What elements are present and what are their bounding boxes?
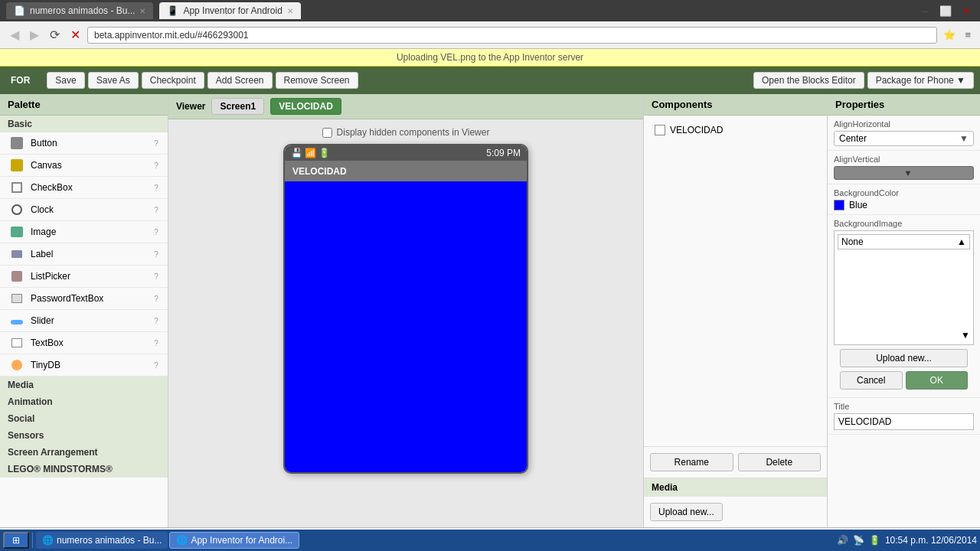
ok-button[interactable]: OK [906,371,969,390]
bg-image-value: None [841,236,864,247]
cancel-button[interactable]: Cancel [840,371,903,390]
taskbar-item-2[interactable]: 🌐 App Inventor for Androi... [169,532,299,549]
checkpoint-button[interactable]: Checkpoint [142,72,204,89]
minimize-button[interactable]: ─ [919,4,932,18]
screen1-tab[interactable]: Screen1 [211,98,264,115]
hidden-components-checkbox[interactable] [322,128,332,138]
upload-banner: Uploading VEL.png to the App Inventor se… [0,49,980,67]
bg-image-dropdown[interactable]: None ▲ [838,234,970,249]
palette-item-textbox[interactable]: TextBox ? [0,332,168,354]
components-header: Components [644,94,827,116]
palette-section-sensors[interactable]: Sensors [0,427,168,444]
palette-item-label[interactable]: Label ? [0,243,168,266]
viewer-content: Display hidden components in Viewer 💾 📶 … [168,119,643,527]
bg-image-list [838,252,970,328]
password-help-icon[interactable]: ? [151,295,162,303]
clock-icon [9,202,24,217]
rename-button[interactable]: Rename [650,453,733,471]
canvas-help-icon[interactable]: ? [151,161,162,170]
app-toolbar-bar: FOR Save Save As Checkpoint Add Screen R… [0,67,980,94]
stop-button[interactable]: ✕ [67,26,84,44]
password-icon [9,291,24,306]
viewer-header: Viewer Screen1 VELOCIDAD [168,94,643,119]
reload-button[interactable]: ⟳ [46,26,64,44]
menu-button[interactable]: ≡ [962,28,974,42]
phone-status-bar: 💾 📶 🔋 5:09 PM [285,145,527,161]
palette-checkbox-label: CheckBox [31,182,151,193]
remove-screen-button[interactable]: Remove Screen [276,72,358,89]
address-bar[interactable] [87,27,937,44]
media-upload-button[interactable]: Upload new... [650,503,723,521]
restore-button[interactable]: ⬜ [936,4,955,18]
palette-item-listpicker[interactable]: ListPicker ? [0,266,168,288]
taskbar-item2-icon: 🌐 [176,535,188,546]
palette-section-social[interactable]: Social [0,410,168,427]
bookmark-button[interactable]: ⭐ [940,28,959,42]
palette-item-image[interactable]: Image ? [0,221,168,243]
label-icon [9,246,24,262]
component-checkbox[interactable] [655,125,665,135]
palette-section-lego[interactable]: LEGO® MINDSTORMS® [0,461,168,478]
slider-help-icon[interactable]: ? [151,317,162,325]
align-vertical-label: AlignVertical [834,155,974,164]
palette-item-slider[interactable]: Slider ? [0,310,168,332]
save-button[interactable]: Save [47,72,84,89]
palette-section-basic[interactable]: Basic [0,116,168,132]
palette-item-passwordtextbox[interactable]: PasswordTextBox ? [0,288,168,310]
velocidad-tab[interactable]: VELOCIDAD [270,98,341,115]
delete-button[interactable]: Delete [738,453,822,471]
title-input[interactable] [834,413,974,430]
prop-align-vertical: AlignVertical ▼ [828,151,980,184]
component-velocidad[interactable]: VELOCIDAD [650,122,821,139]
palette-section-media[interactable]: Media [0,377,168,393]
align-horizontal-dropdown[interactable]: Center ▼ [834,131,974,146]
palette-section-screen-arrangement[interactable]: Screen Arrangement [0,444,168,461]
forward-button[interactable]: ▶ [26,26,43,44]
browser-tab-1[interactable]: 📄 numeros animados - Bu... ✕ [6,2,153,19]
start-button[interactable]: ⊞ [3,532,29,549]
checkbox-help-icon[interactable]: ? [151,184,162,192]
textbox-icon [9,335,24,350]
taskbar-right: 🔊 📡 🔋 10:54 p.m. 12/06/2014 [837,535,977,546]
palette-item-button[interactable]: Button ? [0,132,168,155]
battery-icon: 🔋 [318,148,330,158]
palette-tinydb-label: TinyDB [31,360,151,370]
palette-item-checkbox[interactable]: CheckBox ? [0,177,168,199]
save-as-button[interactable]: Save As [88,72,139,89]
palette-item-canvas[interactable]: Canvas ? [0,155,168,177]
palette-section-animation[interactable]: Animation [0,393,168,410]
properties-panel: Properties AlignHorizontal Center ▼ Alig… [827,94,980,527]
taskbar-item-1[interactable]: 🌐 numeros animados - Bu... [36,532,168,549]
textbox-help-icon[interactable]: ? [151,339,162,347]
align-vertical-dropdown[interactable]: ▼ [834,166,974,180]
phone-time: 5:09 PM [486,148,521,158]
save-icon: 💾 [291,148,302,158]
package-label: Package for Phone [876,75,954,86]
package-button[interactable]: Package for Phone ▼ [867,72,974,89]
upload-new-button[interactable]: Upload new... [840,349,968,367]
tab2-close[interactable]: ✕ [287,7,293,15]
browser-navbar: ◀ ▶ ⟳ ✕ ⭐ ≡ [0,21,980,49]
tab1-label: numeros animados - Bu... [30,5,135,16]
clock-help-icon[interactable]: ? [151,206,162,214]
back-button[interactable]: ◀ [6,26,23,44]
browser-tab-2[interactable]: 📱 App Inventor for Android ✕ [159,2,300,19]
blocks-editor-button[interactable]: Open the Blocks Editor [753,72,864,89]
palette-item-tinydb[interactable]: TinyDB ? [0,354,168,377]
tab2-favicon: 📱 [167,5,178,16]
image-help-icon[interactable]: ? [151,228,162,236]
palette-item-clock[interactable]: Clock ? [0,199,168,221]
tab1-close[interactable]: ✕ [139,7,145,15]
close-button[interactable]: ✕ [959,4,974,18]
taskbar-battery-icon: 🔋 [869,535,880,546]
listpicker-help-icon[interactable]: ? [151,272,162,281]
phone-left-icons: 💾 📶 🔋 [291,148,330,158]
button-help-icon[interactable]: ? [151,139,162,148]
palette-image-label: Image [31,227,151,237]
phone-screen [285,181,527,472]
tinydb-help-icon[interactable]: ? [151,361,162,370]
add-screen-button[interactable]: Add Screen [207,72,273,89]
bg-image-label: BackgroundImage [834,219,974,228]
tab2-label: App Inventor for Android [183,5,282,16]
label-help-icon[interactable]: ? [151,250,162,259]
